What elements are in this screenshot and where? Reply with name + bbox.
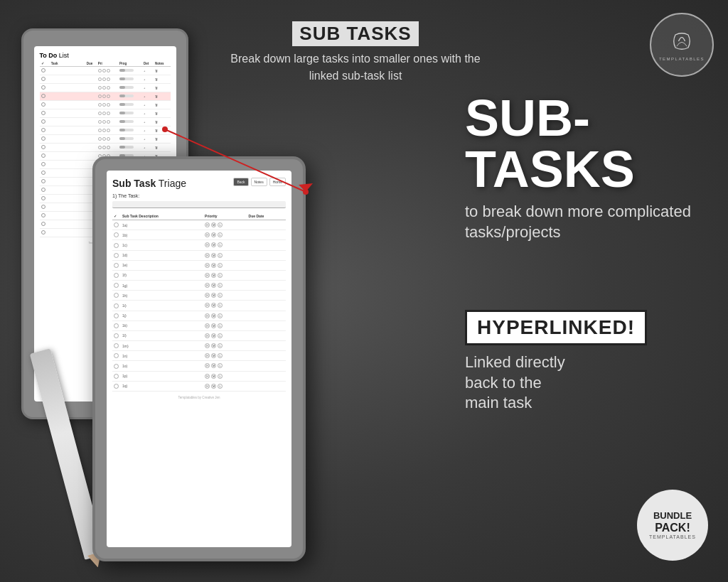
right-panel: SUB- TASKS to break down more complicate… xyxy=(465,92,707,414)
list-item: 1g) H M L xyxy=(112,281,286,291)
list-item: 1f) H M L xyxy=(112,270,286,280)
list-item: 1m) H M L xyxy=(112,341,286,351)
hyperlinked-badge: HYPERLINKED! xyxy=(465,310,647,345)
task-label: 1) The Task: xyxy=(112,193,286,198)
subtask-table: ✓ Sub Task Description Priority Due Date… xyxy=(112,212,286,392)
subtask-screen: Sub Task Triage Back Notes Home 1) The T… xyxy=(107,171,291,547)
table-row: + 🗑 xyxy=(40,135,171,144)
list-item: 1d) H M L xyxy=(112,250,286,260)
subtask-header: Sub Task Triage Back Notes Home xyxy=(112,178,286,189)
list-item: 1a) H M L xyxy=(112,220,286,230)
list-item: 1n) H M L xyxy=(112,351,286,361)
list-item: 1p) H M L xyxy=(112,371,286,381)
nav-home[interactable]: Home xyxy=(269,178,286,186)
table-row: + 🗑 xyxy=(40,118,171,126)
table-row: + 🗑 xyxy=(40,144,171,152)
list-item: 1i) H M L xyxy=(112,301,286,311)
list-item: 1o) H M L xyxy=(112,361,286,371)
list-item: 1q) H M L xyxy=(112,381,286,391)
callout-description: Break down large tasks into smaller ones… xyxy=(228,50,483,85)
table-row: + 🗑 xyxy=(40,109,171,118)
list-item: 1j) H M L xyxy=(112,311,286,320)
list-item: 1c) H M L xyxy=(112,240,286,250)
callout-label: SUB TASKS xyxy=(292,21,418,46)
subtask-footer: Templatables by Creative Jen xyxy=(112,396,286,399)
list-item: 1e) H M L xyxy=(112,260,286,270)
list-item: 1h) H M L xyxy=(112,291,286,301)
subtasks-subtext: to break down more complicated tasks/pro… xyxy=(465,202,707,242)
sub-tasks-callout: SUB TASKS Break down large tasks into sm… xyxy=(228,21,483,85)
list-item: 1b) H M L xyxy=(112,230,286,240)
logo: TEMPLATABLES xyxy=(650,13,714,77)
table-row: + 🗑 xyxy=(40,84,171,92)
nav-notes[interactable]: Notes xyxy=(251,178,267,186)
subtasks-heading: SUB- TASKS xyxy=(465,92,707,195)
subtask-nav: Back Notes Home xyxy=(233,178,286,186)
subtask-title: Sub Task Triage xyxy=(112,178,186,189)
list-item: 1l) H M L xyxy=(112,330,286,340)
table-row: + 🗑 xyxy=(40,75,171,84)
nav-back[interactable]: Back xyxy=(233,178,248,186)
table-row: + 🗑 xyxy=(40,126,171,135)
table-row: + 🗑 xyxy=(40,92,171,101)
list-item: 1k) H M L xyxy=(112,320,286,330)
device-front: Sub Task Triage Back Notes Home 1) The T… xyxy=(92,156,306,561)
table-row: + 🗑 xyxy=(40,67,171,75)
linked-description: Linked directly back to the main task xyxy=(465,352,707,414)
bundle-badge: BUNDLE PACK! TEMPLATABLES xyxy=(637,490,708,561)
table-row: + 🗑 xyxy=(40,101,171,109)
task-name-field xyxy=(112,201,286,208)
todo-title: To Do List xyxy=(40,52,171,59)
